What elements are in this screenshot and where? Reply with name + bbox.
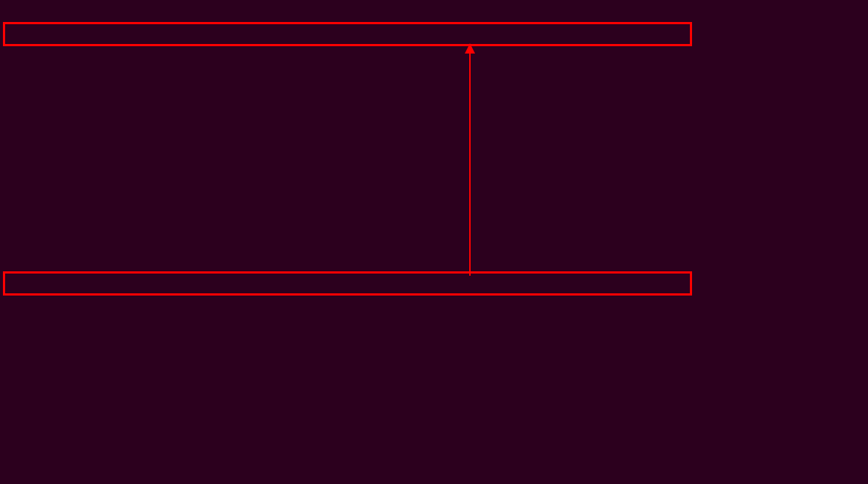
highlight-box-1 (3, 22, 692, 46)
highlight-box-2 (3, 271, 692, 296)
linking-arrow (469, 45, 471, 276)
